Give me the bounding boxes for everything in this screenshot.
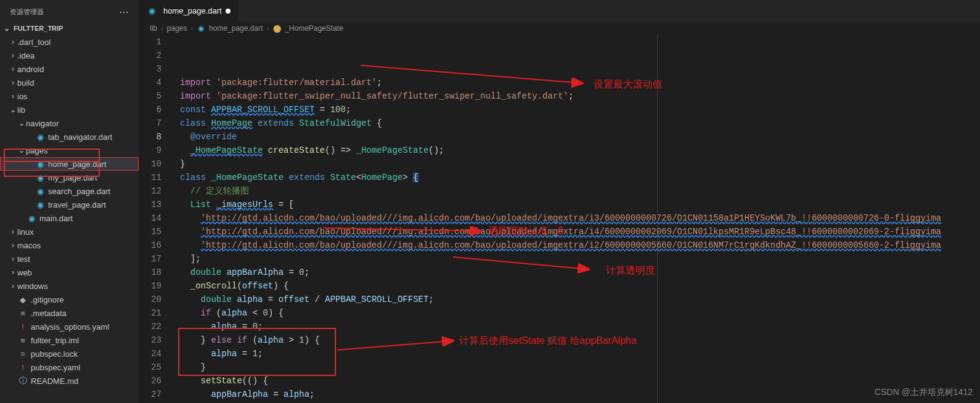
explorer-header: 资源管理器 ⋯ — [0, 0, 139, 23]
file-item[interactable]: ◉main.dart — [0, 211, 139, 225]
more-icon[interactable]: ⋯ — [119, 6, 129, 18]
file-item[interactable]: ≡pubspec.lock — [0, 347, 139, 360]
class-icon: ⬤ — [272, 24, 281, 33]
file-item[interactable]: ◉travel_page.dart — [0, 198, 139, 211]
code-line[interactable]: _HomePageState createState() => _HomePag… — [173, 144, 980, 157]
file-type-icon: ◆ — [17, 295, 28, 304]
file-item[interactable]: ◉search_page.dart — [0, 184, 139, 198]
code-line[interactable]: double alpha = offset / APPBAR_SCROLL_OF… — [173, 293, 980, 306]
tree-item-label: README.md — [31, 377, 78, 386]
modified-dot-icon — [226, 9, 231, 14]
folder-item[interactable]: ⌄pages — [0, 144, 139, 157]
tab-label: home_page.dart — [163, 6, 222, 15]
folder-item[interactable]: ⌄lib — [0, 103, 139, 116]
breadcrumb-item[interactable]: _HomePageState — [285, 24, 343, 33]
code-line[interactable]: 'http://gtd.alicdn.com/bao/uploaded///im… — [173, 211, 980, 225]
tree-item-label: macos — [17, 241, 41, 250]
file-item[interactable]: ≡.metadata — [0, 306, 139, 320]
code-content[interactable]: import 'package:flutter/material.dart';i… — [173, 35, 980, 403]
file-type-icon: ◉ — [35, 173, 46, 182]
file-item[interactable]: ≡fultter_trip.iml — [0, 333, 139, 347]
file-item[interactable]: ◉home_page.dart — [0, 157, 139, 171]
code-line[interactable]: ]; — [173, 252, 980, 266]
code-line[interactable]: 'http://gtd.alicdn.com/bao/uploaded///im… — [173, 238, 980, 252]
folder-item[interactable]: ›android — [0, 62, 139, 76]
tree-item-label: pubspec.lock — [31, 349, 78, 359]
code-editor[interactable]: 1234567891011121314151617181920212223242… — [139, 35, 980, 403]
code-line[interactable]: import 'package:flutter_swiper_null_safe… — [173, 89, 980, 103]
tree-item-label: search_page.dart — [48, 187, 110, 196]
tree-item-label: navigator — [26, 119, 59, 128]
breadcrumb-item[interactable]: pages — [167, 24, 187, 33]
code-line[interactable]: _onScroll(offset) { — [173, 279, 980, 293]
breadcrumb-item[interactable]: lib — [150, 24, 157, 33]
folder-item[interactable]: ›.dart_tool — [0, 35, 139, 49]
file-type-icon: ≡ — [17, 309, 28, 318]
file-item[interactable]: ◉tab_navigator.dart — [0, 130, 139, 144]
code-line[interactable]: const APPBAR_SCROLL_OFFSET = 100; — [173, 103, 980, 116]
file-type-icon: ! — [17, 322, 28, 332]
code-line[interactable]: @override — [173, 130, 980, 144]
editor-area: ◉ home_page.dart lib › pages › ◉ home_pa… — [139, 0, 980, 403]
chevron-right-icon: › — [161, 25, 163, 32]
tree-item-label: my_page.dart — [48, 173, 97, 182]
tree-item-label: .gitignore — [31, 295, 63, 304]
tree-item-label: linux — [17, 227, 34, 237]
tree-item-label: android — [17, 65, 44, 74]
tree-item-label: windows — [17, 282, 48, 291]
code-line[interactable]: // 定义轮播图 — [173, 184, 980, 198]
file-type-icon: ◉ — [26, 214, 37, 223]
tree-item-label: ios — [17, 92, 28, 101]
folder-item[interactable]: ›ios — [0, 89, 139, 103]
code-line[interactable]: List _imagesUrls = [ — [173, 198, 980, 211]
code-line[interactable]: if (alpha < 0) { — [173, 306, 980, 320]
folder-item[interactable]: ›macos — [0, 238, 139, 252]
file-item[interactable]: ◆.gitignore — [0, 293, 139, 306]
file-item[interactable]: !analysis_options.yaml — [0, 320, 139, 333]
code-line[interactable]: } — [173, 360, 980, 374]
code-line[interactable]: alpha = 0; — [173, 320, 980, 333]
folder-item[interactable]: ›.idea — [0, 49, 139, 62]
folder-item[interactable]: ›web — [0, 266, 139, 279]
tree-item-label: main.dart — [39, 214, 73, 223]
folder-item[interactable]: ›build — [0, 76, 139, 89]
chevron-right-icon: › — [190, 25, 193, 32]
code-line[interactable]: 'http://gtd.alicdn.com/bao/uploaded///im… — [173, 225, 980, 238]
code-line[interactable]: } — [173, 157, 980, 171]
file-tree[interactable]: ›.dart_tool›.idea›android›build›ios⌄lib⌄… — [0, 34, 139, 403]
file-item[interactable]: ⓘREADME.md — [0, 374, 139, 388]
folder-item[interactable]: ›linux — [0, 225, 139, 238]
code-line[interactable]: appBarAlpha = alpha; — [173, 388, 980, 401]
file-type-icon: ≡ — [17, 336, 28, 345]
folder-item[interactable]: ›test — [0, 252, 139, 266]
chevron-down-icon: ⌄ — [2, 24, 11, 33]
line-gutter: 1234567891011121314151617181920212223242… — [139, 35, 173, 403]
dart-icon: ◉ — [197, 24, 205, 33]
tree-item-label: home_page.dart — [48, 160, 107, 169]
file-type-icon: ◉ — [35, 187, 46, 196]
tree-item-label: travel_page.dart — [48, 200, 106, 210]
tab-home-page[interactable]: ◉ home_page.dart — [139, 0, 239, 22]
code-line[interactable]: } else if (alpha > 1) { — [173, 333, 980, 347]
code-line[interactable]: alpha = 1; — [173, 347, 980, 360]
tree-item-label: .dart_tool — [17, 38, 51, 47]
project-name: FULTTER_TRIP — [14, 25, 63, 32]
file-item[interactable]: ◉my_page.dart — [0, 171, 139, 184]
code-line[interactable]: setState(() { — [173, 374, 980, 388]
tree-item-label: .idea — [17, 51, 35, 60]
breadcrumb-item[interactable]: home_page.dart — [209, 24, 263, 33]
project-header[interactable]: ⌄ FULTTER_TRIP — [0, 23, 139, 34]
folder-item[interactable]: ⌄navigator — [0, 116, 139, 130]
tree-item-label: lib — [17, 105, 25, 115]
tab-bar: ◉ home_page.dart — [139, 0, 980, 22]
explorer-sidebar: 资源管理器 ⋯ ⌄ FULTTER_TRIP ›.dart_tool›.idea… — [0, 0, 139, 403]
file-item[interactable]: !pubspec.yaml — [0, 360, 139, 374]
breadcrumb[interactable]: lib › pages › ◉ home_page.dart › ⬤ _Home… — [139, 22, 980, 35]
code-line[interactable]: class _HomePageState extends State<HomeP… — [173, 171, 980, 184]
code-line[interactable]: class HomePage extends StatefulWidget { — [173, 116, 980, 130]
code-line[interactable]: double appBarAlpha = 0; — [173, 266, 980, 279]
file-type-icon: ≡ — [17, 349, 28, 359]
explorer-title: 资源管理器 — [10, 7, 44, 17]
code-line[interactable]: import 'package:flutter/material.dart'; — [173, 76, 980, 89]
folder-item[interactable]: ›windows — [0, 279, 139, 293]
